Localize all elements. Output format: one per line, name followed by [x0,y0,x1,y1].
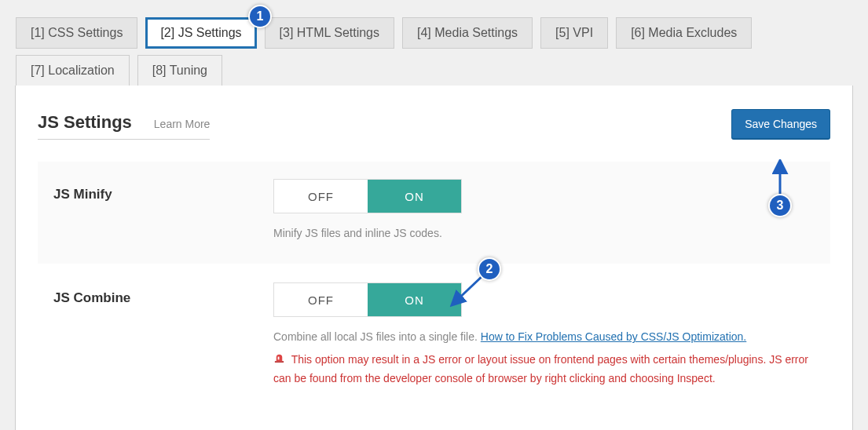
svg-line-3 [453,274,485,304]
setting-js-minify: JS Minify OFF ON Minify JS files and inl… [38,162,830,264]
tab-js-settings[interactable]: [2] JS Settings [145,17,256,49]
setting-description: Minify JS files and inline JS codes. [273,224,815,242]
setting-description: Combine all local JS files into a single… [273,328,815,345]
tab-localization[interactable]: [7] Localization [16,55,130,86]
toggle-off[interactable]: OFF [274,283,368,316]
svg-rect-0 [275,361,284,363]
setting-label: JS Combine [53,282,273,306]
annotation-badge-1: 1 [248,5,272,28]
toggle-js-combine[interactable]: OFF ON [273,282,462,317]
tab-vpi[interactable]: [5] VPI [540,17,608,49]
tab-media-excludes[interactable]: [6] Media Excludes [616,17,752,49]
learn-more-link[interactable]: Learn More [154,118,211,130]
tabs-row-1: [1] CSS Settings [2] JS Settings [3] HTM… [0,0,868,49]
setting-js-combine: JS Combine OFF ON Combine all local JS f… [38,278,830,410]
tab-media-settings[interactable]: [4] Media Settings [402,17,533,49]
settings-panel: JS Settings Learn More Save Changes JS M… [15,86,853,430]
help-link[interactable]: How to Fix Problems Caused by CSS/JS Opt… [481,330,746,343]
page-title: JS Settings [38,112,132,133]
annotation-badge-2: 2 [478,257,501,281]
svg-rect-1 [278,357,280,360]
tab-css-settings[interactable]: [1] CSS Settings [16,17,137,49]
tab-html-settings[interactable]: [3] HTML Settings [265,17,394,49]
siren-icon [273,351,285,370]
setting-label: JS Minify [53,179,273,202]
tab-tuning[interactable]: [8] Tuning [137,55,222,86]
toggle-off[interactable]: OFF [274,180,368,213]
toggle-js-minify[interactable]: OFF ON [273,179,462,213]
annotation-arrow-3 [771,159,789,197]
annotation-badge-3: 3 [768,194,792,217]
tabs-row-2: [7] Localization [8] Tuning [0,49,868,86]
save-changes-button[interactable]: Save Changes [731,109,830,140]
toggle-on[interactable]: ON [368,180,461,213]
setting-warning: This option may result in a JS error or … [273,351,815,388]
